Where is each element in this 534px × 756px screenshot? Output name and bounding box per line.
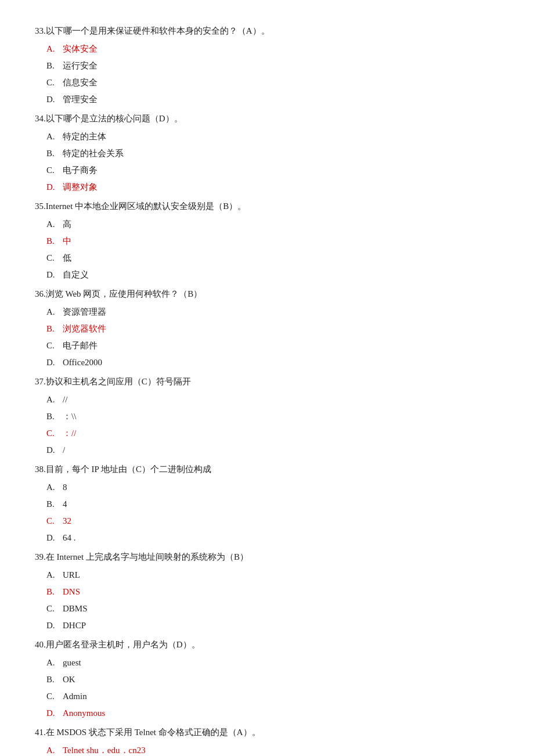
option-label-q40-3: D. (46, 705, 63, 721)
option-q35-1: B.中 (46, 233, 499, 249)
option-q34-3: D.调整对象 (46, 179, 499, 195)
question-section-q34: 34.以下哪个是立法的核心问题（D）。A.特定的主体B.特定的社会关系C.电子商… (35, 111, 499, 195)
question-section-q35: 35.Internet 中本地企业网区域的默认安全级别是（B）。A.高B.中C.… (35, 199, 499, 283)
option-label-q40-2: C. (46, 689, 63, 704)
option-text-q37-0: // (63, 392, 67, 408)
option-label-q36-3: D. (46, 355, 63, 370)
option-text-q34-0: 特定的主体 (63, 129, 106, 145)
option-label-q38-1: B. (46, 496, 63, 512)
option-q34-0: A.特定的主体 (46, 129, 499, 145)
question-section-q36: 36.浏览 Web 网页，应使用何种软件？（B）A.资源管理器B.浏览器软件C.… (35, 286, 499, 370)
option-label-q38-2: C. (46, 513, 63, 529)
option-label-q35-2: C. (46, 250, 63, 266)
option-label-q34-3: D. (46, 179, 63, 195)
option-label-q35-3: D. (46, 267, 63, 283)
option-q33-0: A.实体安全 (46, 41, 499, 57)
option-text-q40-1: OK (63, 672, 75, 687)
option-q39-2: C.DBMS (46, 601, 499, 617)
question-text-q35: 35.Internet 中本地企业网区域的默认安全级别是（B）。 (35, 199, 499, 214)
option-text-q39-1: DNS (63, 584, 80, 600)
option-label-q33-3: D. (46, 92, 63, 107)
option-q33-2: C.信息安全 (46, 75, 499, 91)
option-label-q36-2: C. (46, 338, 63, 354)
option-q40-1: B.OK (46, 672, 499, 687)
option-q37-2: C.：// (46, 426, 499, 441)
option-text-q37-3: / (63, 442, 65, 458)
option-text-q38-1: 4 (63, 496, 67, 512)
option-text-q40-3: Anonymous (63, 705, 105, 721)
option-text-q33-3: 管理安全 (63, 92, 98, 107)
option-label-q34-2: C. (46, 163, 63, 178)
question-section-q41: 41.在 MSDOS 状态下采用 Telnet 命令格式正确的是（A）。A.Te… (35, 725, 499, 756)
option-text-q35-0: 高 (63, 217, 71, 232)
option-q40-0: A.guest (46, 655, 499, 671)
option-q38-0: A.8 (46, 480, 499, 495)
option-text-q37-2: ：// (63, 426, 76, 441)
question-text-q37: 37.协议和主机名之间应用（C）符号隔开 (35, 374, 499, 390)
option-q34-1: B.特定的社会关系 (46, 146, 499, 161)
option-q35-3: D.自定义 (46, 267, 499, 283)
option-text-q35-3: 自定义 (63, 267, 89, 283)
option-text-q35-1: 中 (63, 233, 71, 249)
option-q39-3: D.DHCP (46, 618, 499, 633)
option-label-q39-2: C. (46, 601, 63, 617)
option-label-q35-0: A. (46, 217, 63, 232)
question-section-q38: 38.目前，每个 IP 地址由（C）个二进制位构成A.8B.4C.32D.64 … (35, 462, 499, 546)
option-q36-2: C.电子邮件 (46, 338, 499, 354)
question-section-q37: 37.协议和主机名之间应用（C）符号隔开A.//B.：\\C.：//D./ (35, 374, 499, 458)
option-text-q36-2: 电子邮件 (63, 338, 98, 354)
quiz-container: 33.以下哪一个是用来保证硬件和软件本身的安全的？（A）。A.实体安全B.运行安… (35, 23, 499, 756)
option-text-q41-0: Telnet shu．edu．cn23 (63, 743, 146, 756)
option-text-q34-3: 调整对象 (63, 179, 98, 195)
option-label-q39-3: D. (46, 618, 63, 633)
option-label-q38-0: A. (46, 480, 63, 495)
option-text-q33-1: 运行安全 (63, 58, 98, 74)
option-q37-1: B.：\\ (46, 409, 499, 424)
option-label-q36-0: A. (46, 304, 63, 320)
option-label-q34-1: B. (46, 146, 63, 161)
option-label-q33-0: A. (46, 41, 63, 57)
option-q38-3: D.64 . (46, 530, 499, 546)
option-q39-1: B.DNS (46, 584, 499, 600)
option-text-q39-2: DBMS (63, 601, 88, 617)
option-label-q37-2: C. (46, 426, 63, 441)
option-q36-3: D.Office2000 (46, 355, 499, 370)
option-label-q40-0: A. (46, 655, 63, 671)
option-label-q41-0: A. (46, 743, 63, 756)
option-label-q39-0: A. (46, 567, 63, 583)
option-text-q38-3: 64 . (63, 530, 76, 546)
question-text-q41: 41.在 MSDOS 状态下采用 Telnet 命令格式正确的是（A）。 (35, 725, 499, 740)
option-q37-0: A.// (46, 392, 499, 408)
question-text-q34: 34.以下哪个是立法的核心问题（D）。 (35, 111, 499, 127)
question-section-q39: 39.在 Internet 上完成名字与地址间映射的系统称为（B）A.URLB.… (35, 549, 499, 633)
option-q33-3: D.管理安全 (46, 92, 499, 107)
question-text-q39: 39.在 Internet 上完成名字与地址间映射的系统称为（B） (35, 549, 499, 565)
option-label-q38-3: D. (46, 530, 63, 546)
option-label-q37-3: D. (46, 442, 63, 458)
question-text-q33: 33.以下哪一个是用来保证硬件和软件本身的安全的？（A）。 (35, 23, 499, 39)
option-text-q36-3: Office2000 (63, 355, 102, 370)
option-text-q33-0: 实体安全 (63, 41, 98, 57)
question-text-q36: 36.浏览 Web 网页，应使用何种软件？（B） (35, 286, 499, 302)
option-text-q35-2: 低 (63, 250, 71, 266)
option-label-q39-1: B. (46, 584, 63, 600)
option-q39-0: A.URL (46, 567, 499, 583)
option-text-q40-0: guest (63, 655, 81, 671)
option-text-q34-2: 电子商务 (63, 163, 98, 178)
option-label-q33-1: B. (46, 58, 63, 74)
question-text-q38: 38.目前，每个 IP 地址由（C）个二进制位构成 (35, 462, 499, 477)
option-q33-1: B.运行安全 (46, 58, 499, 74)
option-label-q40-1: B. (46, 672, 63, 687)
question-section-q33: 33.以下哪一个是用来保证硬件和软件本身的安全的？（A）。A.实体安全B.运行安… (35, 23, 499, 107)
option-text-q33-2: 信息安全 (63, 75, 98, 91)
option-q37-3: D./ (46, 442, 499, 458)
option-q38-1: B.4 (46, 496, 499, 512)
option-q41-0: A.Telnet shu．edu．cn23 (46, 743, 499, 756)
question-text-q40: 40.用户匿名登录主机时，用户名为（D）。 (35, 637, 499, 653)
option-label-q33-2: C. (46, 75, 63, 91)
option-q36-0: A.资源管理器 (46, 304, 499, 320)
option-text-q36-1: 浏览器软件 (63, 321, 106, 337)
option-q34-2: C.电子商务 (46, 163, 499, 178)
option-label-q37-1: B. (46, 409, 63, 424)
option-q38-2: C.32 (46, 513, 499, 529)
